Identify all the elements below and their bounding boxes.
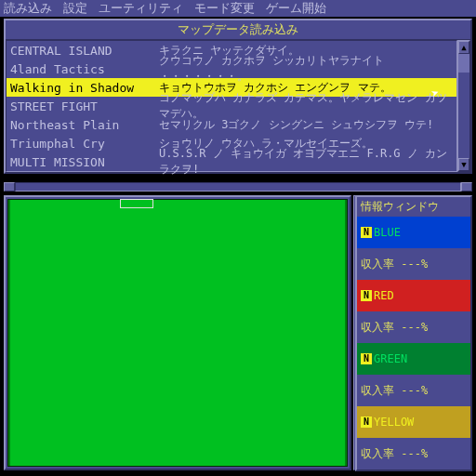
info-window-title: 情報ウィンドウ — [357, 197, 470, 217]
faction-rate: 収入率 ---% — [357, 438, 470, 469]
map-row-name: 4land Tactics — [10, 62, 159, 76]
map-load-window: マップデータ読み込み CENTRAL ISLANDキラクニ ヤッテクダサイ。4l… — [4, 19, 472, 174]
menu-settings[interactable]: 設定 — [63, 0, 87, 17]
hscroll-track[interactable] — [15, 182, 461, 192]
map-list-scrollbar[interactable]: ▲ ▼ — [457, 40, 470, 172]
map-row-name: Walking in Shadow — [10, 81, 159, 95]
map-row-name: STREET FIGHT — [10, 99, 159, 113]
faction-label: BLUE — [374, 226, 401, 239]
n-badge-icon: N — [361, 353, 372, 364]
menu-utility[interactable]: ユーティリティ — [99, 0, 183, 17]
map-row[interactable]: MULTI MISSIONU.S.S.R ノ キョウイガ オヨブマエニ F.R.… — [7, 152, 456, 171]
faction-yellow[interactable]: NYELLOW — [357, 406, 470, 438]
map-load-title: マップデータ読み込み — [6, 20, 470, 40]
map-row-name: MULTI MISSION — [10, 155, 159, 169]
faction-rate: 収入率 ---% — [357, 248, 470, 280]
map-list: CENTRAL ISLANDキラクニ ヤッテクダサイ。4land Tactics… — [6, 40, 457, 172]
scroll-down-icon[interactable]: ▼ — [458, 158, 469, 171]
faction-green[interactable]: NGREEN — [357, 343, 470, 375]
faction-rate: 収入率 ---% — [357, 311, 470, 343]
scroll-thumb[interactable] — [458, 54, 469, 73]
map-row-name: CENTRAL ISLAND — [10, 44, 159, 58]
faction-blue[interactable]: NBLUE — [357, 217, 470, 248]
faction-label: RED — [374, 289, 394, 302]
map-row-name: Triumphal Cry — [10, 137, 159, 151]
map-row[interactable]: STREET FIGHTコノマップハ カナラズ カテマス。ヤメラレマセン カツマ… — [7, 97, 456, 115]
map-row-desc: セマリクル 3ゴクノ シングンニ シュウシフヲ ウテ! — [159, 117, 453, 133]
scroll-up-icon[interactable]: ▲ — [458, 41, 469, 54]
n-badge-icon: N — [361, 290, 372, 301]
map-row[interactable]: Northeast Plainセマリクル 3ゴクノ シングンニ シュウシフヲ ウ… — [7, 115, 456, 134]
map-preview-panel — [4, 195, 351, 470]
map-canvas[interactable] — [7, 199, 348, 467]
faction-rate: 収入率 ---% — [357, 375, 470, 406]
n-badge-icon: N — [361, 416, 372, 428]
menu-load[interactable]: 読み込み — [4, 0, 52, 17]
menubar: 読み込み 設定 ユーティリティ モード変更 ゲーム開始 — [0, 0, 476, 17]
faction-red[interactable]: NRED — [357, 280, 470, 311]
faction-label: GREEN — [374, 352, 407, 365]
map-row-desc: U.S.S.R ノ キョウイガ オヨブマエニ F.R.G ノ カンラクヲ! — [159, 146, 453, 178]
menu-start[interactable]: ゲーム開始 — [266, 0, 326, 17]
map-row[interactable]: 4land Tacticsクウコウノ カクホヲ シッカリトヤラナイト ・・・・・… — [7, 60, 456, 78]
map-row-name: Northeast Plain — [10, 118, 159, 132]
menu-mode[interactable]: モード変更 — [194, 0, 255, 17]
map-selection-box[interactable] — [120, 199, 153, 208]
n-badge-icon: N — [361, 227, 372, 238]
info-window: 情報ウィンドウ NBLUE収入率 ---%NRED収入率 ---%NGREEN収… — [355, 195, 472, 471]
horizontal-scrollbar[interactable] — [4, 182, 472, 192]
hscroll-right-icon[interactable] — [461, 182, 472, 192]
hscroll-left-icon[interactable] — [4, 182, 15, 192]
faction-label: YELLOW — [374, 416, 414, 429]
